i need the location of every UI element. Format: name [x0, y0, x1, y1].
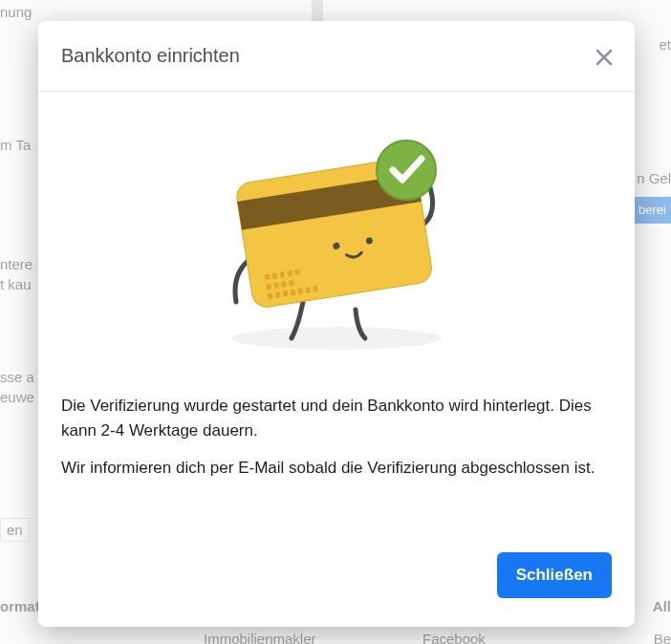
- svg-rect-23: [313, 286, 318, 292]
- svg-rect-8: [265, 274, 271, 281]
- svg-rect-19: [283, 290, 289, 297]
- svg-rect-20: [290, 290, 295, 296]
- modal-header: Bankkonto einrichten: [38, 21, 635, 92]
- svg-rect-14: [273, 282, 279, 289]
- svg-rect-11: [287, 270, 292, 277]
- verification-started-text: Die Verifizierung wurde gestartet und de…: [61, 394, 612, 442]
- bank-setup-modal: Bankkonto einrichten: [38, 21, 635, 627]
- svg-rect-13: [266, 284, 271, 290]
- close-button[interactable]: Schließen: [497, 552, 612, 598]
- svg-point-2: [231, 327, 442, 350]
- svg-rect-18: [275, 291, 281, 298]
- svg-rect-12: [294, 269, 300, 276]
- email-notify-text: Wir informieren dich per E-Mail sobald d…: [61, 456, 612, 481]
- modal-footer: Schließen: [38, 537, 635, 627]
- svg-rect-22: [305, 287, 311, 293]
- card-success-illustration: [61, 130, 612, 359]
- modal-body: Die Verifizierung wurde gestartet und de…: [38, 92, 635, 537]
- svg-rect-16: [289, 280, 294, 287]
- svg-rect-15: [281, 281, 287, 288]
- svg-rect-17: [268, 292, 273, 299]
- modal-title: Bankkonto einrichten: [61, 45, 240, 67]
- close-icon[interactable]: [593, 46, 616, 69]
- svg-rect-21: [297, 288, 303, 294]
- svg-rect-9: [272, 272, 278, 279]
- svg-rect-10: [279, 271, 285, 278]
